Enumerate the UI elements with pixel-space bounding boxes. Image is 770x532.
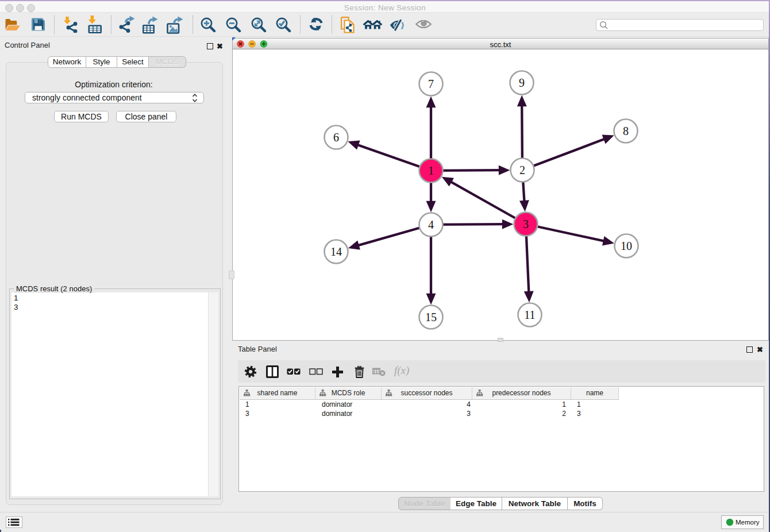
svg-text:9: 9 bbox=[519, 76, 525, 89]
svg-text:8: 8 bbox=[623, 125, 629, 137]
svg-text:14: 14 bbox=[330, 245, 342, 258]
svg-text:2: 2 bbox=[519, 164, 525, 176]
svg-text:3: 3 bbox=[523, 218, 529, 230]
svg-text:6: 6 bbox=[333, 131, 339, 144]
svg-text:1: 1 bbox=[428, 164, 434, 177]
svg-text:4: 4 bbox=[428, 218, 434, 231]
svg-text:10: 10 bbox=[621, 240, 632, 252]
svg-text:11: 11 bbox=[524, 309, 535, 321]
svg-text:15: 15 bbox=[425, 311, 437, 323]
svg-text:7: 7 bbox=[428, 78, 434, 90]
